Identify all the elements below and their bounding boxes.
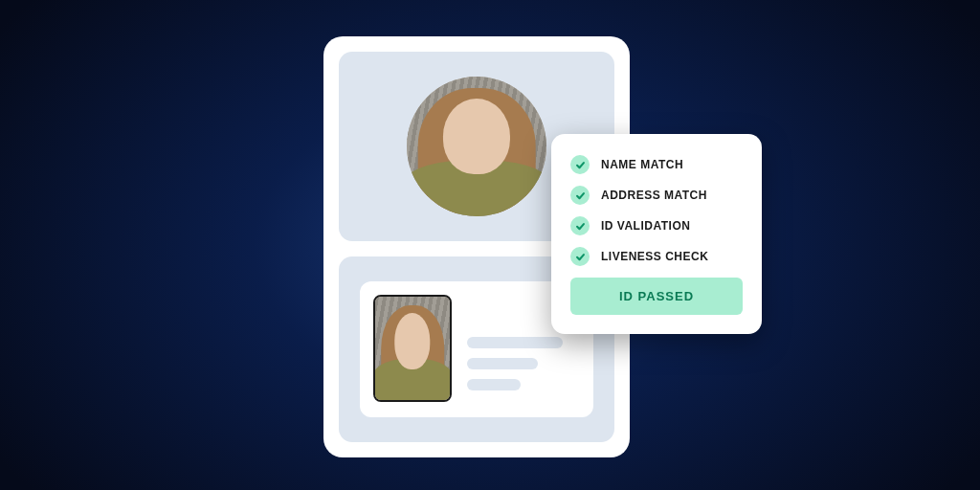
- check-icon: [570, 155, 590, 174]
- check-label: ID VALIDATION: [601, 219, 690, 233]
- check-icon: [570, 247, 590, 266]
- person-photo-placeholder: [407, 77, 546, 216]
- avatar: [407, 77, 546, 216]
- check-label: LIVENESS CHECK: [601, 250, 708, 263]
- check-label: NAME MATCH: [601, 158, 683, 171]
- result-badge: ID PASSED: [570, 278, 743, 315]
- verification-results-popup: NAME MATCH ADDRESS MATCH ID VALIDATION L…: [551, 134, 762, 334]
- id-line-placeholder: [467, 337, 563, 348]
- check-label: ADDRESS MATCH: [601, 189, 707, 202]
- person-photo-placeholder: [375, 297, 450, 400]
- id-photo: [373, 295, 452, 402]
- id-line-placeholder: [467, 358, 538, 369]
- check-icon: [570, 216, 590, 235]
- check-icon: [570, 186, 590, 205]
- check-row-liveness-check: LIVENESS CHECK: [570, 247, 743, 266]
- check-row-address-match: ADDRESS MATCH: [570, 186, 743, 205]
- check-row-name-match: NAME MATCH: [570, 155, 743, 174]
- id-line-placeholder: [467, 379, 521, 390]
- check-row-id-validation: ID VALIDATION: [570, 216, 743, 235]
